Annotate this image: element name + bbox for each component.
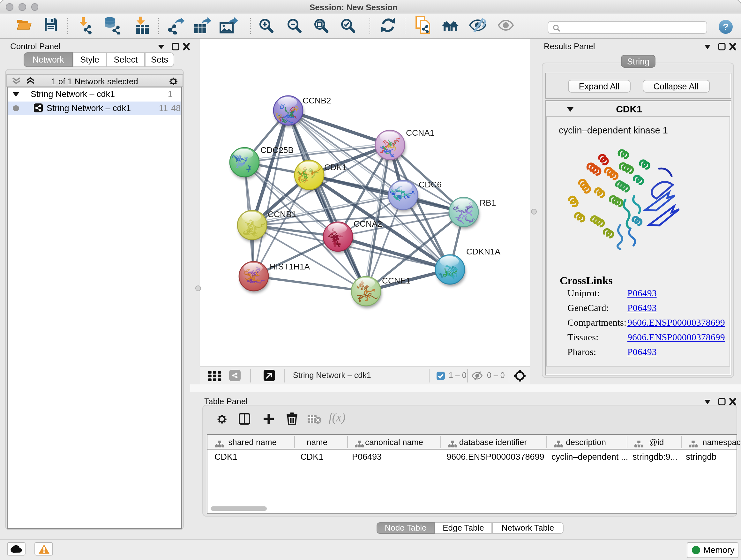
svg-text:RB1: RB1 bbox=[480, 198, 496, 207]
svg-text:CDC25B: CDC25B bbox=[260, 145, 293, 155]
svg-text:HIST1H1A: HIST1H1A bbox=[270, 262, 310, 271]
svg-text:CCNB2: CCNB2 bbox=[302, 96, 331, 105]
svg-text:CDK1: CDK1 bbox=[324, 163, 347, 172]
svg-text:CCNA2: CCNA2 bbox=[354, 219, 382, 229]
svg-text:CCNB1: CCNB1 bbox=[268, 209, 296, 219]
svg-text:CCNA1: CCNA1 bbox=[406, 128, 434, 138]
svg-text:CDKN1A: CDKN1A bbox=[466, 247, 500, 256]
svg-text:CDC6: CDC6 bbox=[419, 180, 442, 189]
svg-text:CCNE1: CCNE1 bbox=[382, 276, 410, 286]
